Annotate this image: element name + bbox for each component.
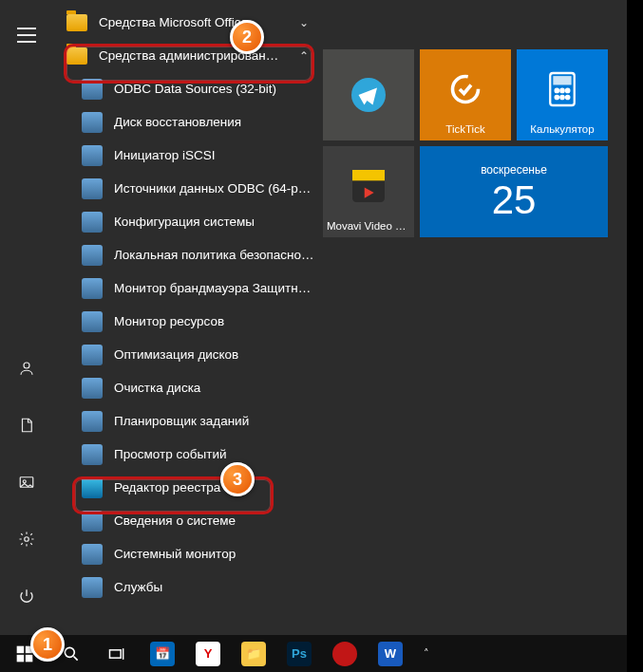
tile-label: Movavi Video Converter... (327, 220, 410, 232)
app-icon (82, 544, 103, 565)
svg-point-10 (566, 89, 569, 92)
step-badge-3: 3 (220, 462, 255, 496)
app-icon (82, 112, 103, 133)
calculator-icon (546, 55, 578, 123)
app-icon (82, 145, 103, 166)
settings-icon[interactable] (4, 517, 49, 561)
app-icon (82, 477, 103, 498)
app-label: ODBC Data Sources (32-bit) (114, 82, 315, 96)
tray-expand[interactable]: ˄ (422, 635, 431, 672)
tile-label: TickTick (424, 123, 507, 135)
app-icon (82, 444, 103, 465)
user-icon[interactable] (4, 346, 49, 390)
group-office[interactable]: Средства Microsoft Office ⌄ (53, 6, 323, 39)
app-item[interactable]: Планировщик заданий (53, 404, 323, 438)
svg-point-0 (24, 363, 29, 368)
svg-rect-21 (110, 649, 122, 657)
right-edge-strip (627, 0, 643, 672)
tile-calculator[interactable]: Калькулятор (517, 49, 608, 140)
chevron-down-icon: ⌄ (293, 16, 315, 29)
documents-icon[interactable] (4, 403, 49, 447)
taskbar-app-yandex[interactable]: Y (186, 635, 230, 672)
calendar-day-number: 25 (492, 180, 537, 220)
svg-rect-15 (352, 170, 385, 180)
app-label: Редактор реестра (114, 480, 315, 495)
tile-telegram[interactable] (323, 49, 414, 140)
app-icon (82, 345, 103, 365)
app-label: Монитор брандмауэра Защитник... (114, 281, 315, 295)
app-item[interactable]: Монитор ресурсов (53, 305, 323, 338)
svg-point-20 (65, 647, 74, 657)
taskbar-app-word[interactable]: W (369, 635, 412, 672)
app-label: Диск восстановления (114, 115, 315, 129)
app-item[interactable]: ODBC Data Sources (32-bit) (53, 72, 323, 105)
svg-point-8 (556, 89, 558, 92)
tile-ticktick[interactable]: TickTick (420, 49, 511, 140)
svg-rect-18 (17, 654, 25, 662)
app-label: Монитор ресурсов (114, 314, 315, 328)
movavi-icon (352, 152, 385, 220)
chevron-up-icon: ⌃ (293, 49, 315, 63)
svg-point-12 (560, 96, 563, 99)
app-item-registry-editor[interactable]: Редактор реестра (53, 471, 323, 504)
svg-rect-19 (26, 654, 33, 662)
app-item[interactable]: Очистка диска (53, 371, 323, 404)
start-menu: Средства Microsoft Office ⌄ Средства адм… (0, 0, 627, 635)
app-icon (82, 411, 103, 432)
app-icon (82, 212, 103, 233)
app-label: Локальная политика безопасности (114, 248, 315, 262)
pictures-icon[interactable] (4, 460, 49, 504)
task-view-button[interactable] (95, 635, 139, 672)
app-item[interactable]: Просмотр событий (53, 438, 323, 471)
app-label: Источники данных ODBC (64-раз... (114, 181, 315, 196)
svg-rect-7 (555, 77, 571, 84)
app-list[interactable]: Средства Microsoft Office ⌄ Средства адм… (53, 0, 323, 635)
tile-label: Калькулятор (520, 123, 604, 135)
app-item[interactable]: Диск восстановления (53, 105, 323, 139)
step-badge-2: 2 (230, 20, 264, 54)
app-label: Оптимизация дисков (114, 347, 315, 362)
taskbar-app-explorer[interactable]: 📁 (232, 635, 275, 672)
app-icon (82, 79, 103, 100)
ticktick-icon (448, 55, 482, 123)
app-label: Планировщик заданий (114, 414, 315, 428)
svg-point-3 (25, 537, 29, 542)
folder-icon (66, 46, 87, 66)
app-label: Сведения о системе (114, 513, 315, 528)
taskbar-app-opera[interactable] (323, 635, 367, 672)
app-item[interactable]: Источники данных ODBC (64-раз... (53, 172, 323, 205)
app-label: Инициатор iSCSI (114, 148, 315, 162)
svg-point-13 (566, 96, 569, 99)
app-label: Службы (114, 580, 315, 594)
app-icon (82, 577, 103, 598)
app-item[interactable]: Системный монитор (53, 537, 323, 570)
app-icon (82, 311, 103, 332)
telegram-icon (351, 55, 386, 135)
app-label: Системный монитор (114, 547, 315, 561)
app-item[interactable]: Службы (53, 570, 323, 604)
start-rail (0, 0, 53, 635)
tile-movavi[interactable]: Movavi Video Converter... (323, 146, 414, 237)
calendar-day-of-week: воскресенье (481, 163, 547, 177)
app-label: Просмотр событий (114, 447, 315, 461)
app-icon (82, 278, 103, 299)
app-icon (82, 511, 103, 532)
tile-calendar[interactable]: воскресенье 25 (420, 146, 608, 237)
app-item[interactable]: Сведения о системе (53, 504, 323, 537)
group-admin-tools[interactable]: Средства администрирования... ⌃ (53, 39, 323, 72)
folder-icon (66, 12, 87, 33)
taskbar-app-calendar[interactable]: 📅 (141, 635, 184, 672)
chevron-up-icon: ˄ (424, 647, 429, 660)
app-label: Конфигурация системы (114, 215, 315, 229)
app-item[interactable]: Локальная политика безопасности (53, 238, 323, 271)
app-item[interactable]: Монитор брандмауэра Защитник... (53, 271, 323, 305)
app-item[interactable]: Инициатор iSCSI (53, 139, 323, 172)
svg-point-11 (556, 96, 558, 99)
taskbar-app-photoshop[interactable]: Ps (277, 635, 321, 672)
app-icon (82, 178, 103, 199)
hamburger-button[interactable] (4, 13, 49, 57)
start-tiles: TickTick Калькулятор Movavi Video Conver… (323, 0, 627, 635)
app-item[interactable]: Оптимизация дисков (53, 338, 323, 371)
power-icon[interactable] (4, 574, 49, 618)
app-item[interactable]: Конфигурация системы (53, 205, 323, 238)
